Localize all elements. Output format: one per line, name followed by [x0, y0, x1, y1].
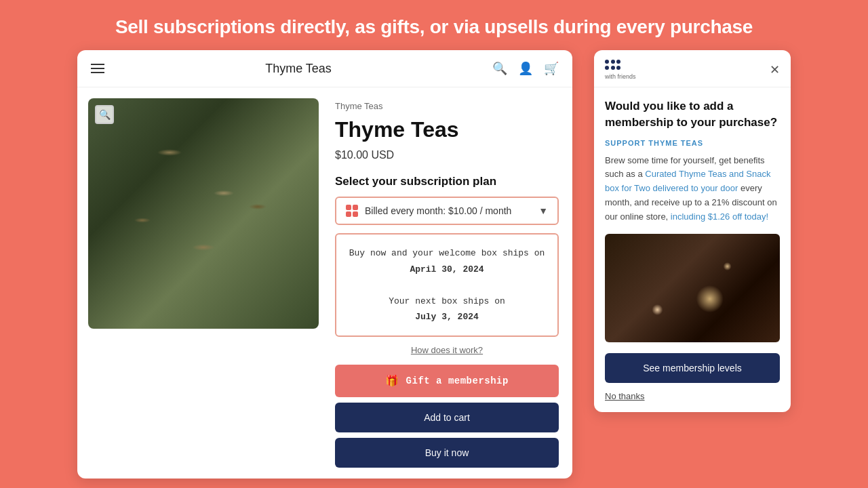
popup-question: Would you like to add a membership to yo…: [605, 98, 780, 131]
popup-content: Would you like to add a membership to yo…: [594, 87, 791, 412]
product-details: Thyme Teas Thyme Teas $10.00 USD Select …: [330, 87, 572, 479]
no-thanks-button[interactable]: No thanks: [605, 391, 645, 401]
dropdown-text: Billed every month: $10.00 / month: [365, 205, 511, 216]
shipping-date2: July 3, 2024: [415, 312, 479, 322]
gift-btn-label: Gift a membership: [406, 375, 509, 386]
popup-panel: with friends ✕ Would you like to add a m…: [594, 50, 791, 412]
account-icon[interactable]: 👤: [518, 61, 533, 76]
page-headline: Sell subscriptions directly, as gifts, o…: [88, 0, 780, 50]
subscription-dropdown[interactable]: Billed every month: $10.00 / month ▼: [335, 197, 559, 225]
popup-close-button[interactable]: ✕: [770, 64, 780, 76]
popup-product-image: [605, 234, 780, 342]
popup-image-overlay: [605, 234, 780, 342]
hamburger-icon[interactable]: [91, 64, 104, 73]
product-image: [88, 98, 319, 329]
product-price: $10.00 USD: [335, 149, 559, 161]
discount-link[interactable]: including $1.26 off today!: [671, 211, 768, 222]
shipping-line1: Buy now and your welcome box ships on: [349, 248, 545, 258]
product-image-container: 🔍: [88, 98, 319, 329]
shipping-line2: Your next box ships on: [389, 296, 505, 306]
breadcrumb: Thyme Teas: [335, 101, 559, 111]
popup-logo: with friends: [605, 60, 636, 80]
store-body: 🔍 Thyme Teas Thyme Teas $10.00 USD Selec…: [77, 87, 572, 479]
header-icons: 🔍 👤 🛒: [492, 61, 559, 76]
tea-decoration: [88, 98, 319, 329]
shipping-info-box: Buy now and your welcome box ships on Ap…: [335, 233, 559, 337]
gift-membership-button[interactable]: 🎁 Gift a membership: [335, 365, 559, 397]
product-title: Thyme Teas: [335, 117, 559, 142]
subscription-grid-icon: [346, 205, 358, 217]
panels-container: Thyme Teas 🔍 👤 🛒 🔍 Thyme Teas Thyme Teas…: [0, 50, 868, 479]
shipping-text: Buy now and your welcome box ships on Ap…: [347, 245, 547, 325]
logo-dots-icon: [605, 60, 621, 70]
how-link[interactable]: How does it work?: [335, 345, 559, 355]
store-panel: Thyme Teas 🔍 👤 🛒 🔍 Thyme Teas Thyme Teas…: [77, 50, 572, 479]
logo-text: with friends: [605, 73, 636, 80]
gift-icon: 🎁: [385, 374, 399, 388]
popup-header: with friends ✕: [594, 50, 791, 87]
subscription-label: Select your subscription plan: [335, 175, 559, 188]
popup-brand: SUPPORT THYME TEAS: [605, 139, 780, 147]
dropdown-left: Billed every month: $10.00 / month: [346, 205, 511, 217]
popup-description: Brew some time for yourself, get benefit…: [605, 154, 780, 224]
chevron-down-icon: ▼: [538, 205, 548, 216]
search-icon[interactable]: 🔍: [492, 61, 507, 76]
store-header: Thyme Teas 🔍 👤 🛒: [77, 50, 572, 87]
cart-icon[interactable]: 🛒: [544, 61, 559, 76]
store-title: Thyme Teas: [104, 62, 492, 76]
buy-now-button[interactable]: Buy it now: [335, 438, 559, 468]
add-to-cart-button[interactable]: Add to cart: [335, 403, 559, 432]
see-membership-levels-button[interactable]: See membership levels: [605, 353, 780, 383]
magnify-icon[interactable]: 🔍: [95, 105, 114, 124]
shipping-date1: April 30, 2024: [410, 264, 484, 274]
